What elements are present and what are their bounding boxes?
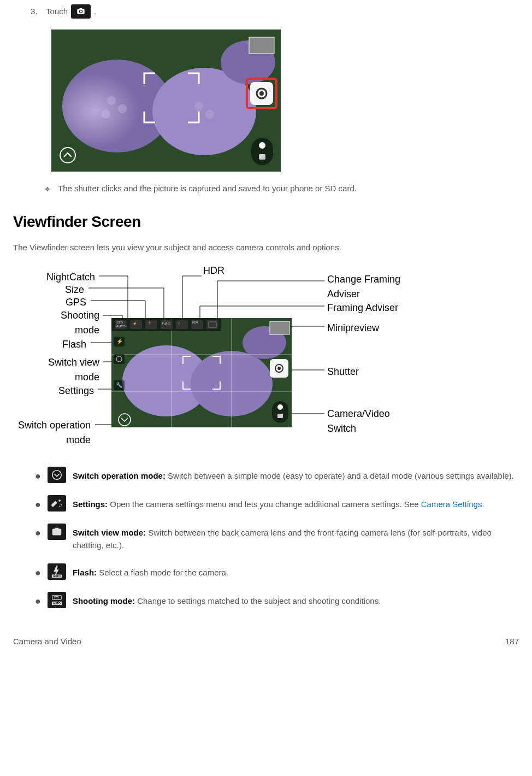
item-text: Switch view mode: Switch between the bac… [73, 527, 519, 551]
svg-rect-16 [259, 154, 265, 160]
note-text: The shutter clicks and the picture is ca… [58, 183, 357, 195]
viewfinder-screenshot-2: STD AUTO ⚡ 📍 FullHD ☾ HDR ⚡ [111, 318, 292, 427]
label-shooting-mode: Shootingmode [61, 308, 99, 338]
item-text: Switch operation mode: Switch between a … [73, 470, 519, 483]
section-title: Viewfinder Screen [13, 210, 519, 233]
label-minipreview: Minipreview [327, 321, 379, 336]
flash-auto-icon: AUTO [48, 563, 66, 580]
label-flash: Flash [62, 337, 86, 352]
camera-icon [71, 4, 91, 19]
item-text: Shooting mode: Change to settings matche… [73, 595, 519, 608]
label-camera-video: Camera/VideoSwitch [327, 407, 390, 436]
label-switch-view: Switch viewmode [48, 355, 99, 385]
svg-text:FullHD: FullHD [162, 322, 171, 325]
page-footer: Camera and Video 187 [13, 636, 519, 654]
svg-point-6 [102, 110, 110, 119]
svg-point-77 [52, 471, 62, 480]
label-gps: GPS [66, 295, 86, 310]
svg-rect-9 [249, 37, 274, 54]
bullet-icon: ● [35, 568, 41, 578]
svg-text:STD: STD [54, 596, 59, 599]
svg-point-72 [277, 367, 281, 370]
bullet-icon: ● [35, 528, 41, 538]
label-shutter: Shutter [327, 365, 359, 379]
item-switch-operation-mode: ● Switch operation mode: Switch between … [35, 467, 519, 483]
svg-point-13 [259, 91, 264, 96]
svg-text:AUTO: AUTO [53, 574, 61, 578]
camera-switch-icon [48, 524, 66, 540]
bullet-icon: ● [35, 499, 41, 509]
item-shooting-mode: ● STDAUTO Shooting mode: Change to setti… [35, 592, 519, 608]
label-switch-op: Switch operationmode [18, 418, 91, 448]
footer-section: Camera and Video [13, 636, 81, 648]
svg-text:⚡: ⚡ [116, 338, 123, 345]
svg-text:⚡: ⚡ [133, 321, 137, 326]
svg-point-4 [107, 96, 116, 105]
svg-point-7 [194, 102, 203, 110]
svg-point-79 [61, 504, 62, 505]
step-3: 3. Touch . [31, 4, 519, 19]
svg-rect-61 [206, 320, 218, 329]
camera-settings-link[interactable]: Camera Settings [421, 499, 482, 509]
item-text: Flash: Select a flash mode for the camer… [73, 567, 519, 579]
label-hdr: HDR [203, 263, 224, 278]
viewfinder-diagram: NightCatch Size GPS Shootingmode Flash S… [19, 263, 499, 455]
svg-rect-65 [114, 354, 125, 364]
label-change-framing: Change FramingAdviser [327, 272, 400, 302]
item-flash: ● AUTO Flash: Select a flash mode for th… [35, 563, 519, 580]
svg-text:📍: 📍 [147, 321, 152, 326]
bullet-icon: ● [35, 596, 41, 606]
label-framing-adviser: Framing Adviser [327, 301, 398, 315]
svg-point-8 [205, 110, 214, 119]
step-number: 3. [31, 5, 38, 18]
svg-text:☾: ☾ [178, 322, 181, 325]
step-prefix: Touch [46, 5, 68, 18]
chevron-down-circle-icon [48, 467, 66, 483]
svg-rect-69 [270, 321, 289, 334]
controls-list: ● Switch operation mode: Switch between … [13, 467, 519, 608]
viewfinder-screenshot-1 [51, 30, 281, 172]
svg-point-5 [118, 104, 127, 113]
item-switch-view-mode: ● Switch view mode: Switch between the b… [35, 524, 519, 551]
svg-text:AUTO: AUTO [53, 602, 61, 605]
item-settings: ● Settings: Open the camera settings men… [35, 495, 519, 512]
std-auto-icon: STDAUTO [48, 592, 66, 608]
svg-text:STD: STD [116, 321, 123, 324]
wrench-star-icon [48, 495, 66, 512]
diamond-bullet: ❖ [45, 185, 50, 194]
svg-text:🔧: 🔧 [116, 381, 123, 389]
section-desc: The Viewfinder screen lets you view your… [13, 242, 519, 254]
svg-text:HDR: HDR [192, 321, 198, 324]
step-suffix: . [94, 5, 96, 18]
item-text: Settings: Open the camera settings menu … [73, 498, 519, 511]
label-settings: Settings [58, 384, 94, 398]
svg-text:AUTO: AUTO [116, 325, 126, 328]
footer-page-number: 187 [505, 636, 519, 648]
svg-rect-14 [251, 138, 273, 165]
bullet-icon: ● [35, 471, 41, 481]
svg-point-15 [259, 142, 265, 149]
svg-point-74 [277, 404, 283, 410]
svg-point-78 [59, 505, 60, 507]
step-text: Touch . [46, 4, 96, 19]
svg-rect-75 [277, 414, 283, 418]
shutter-note: ❖ The shutter clicks and the picture is … [45, 183, 519, 195]
